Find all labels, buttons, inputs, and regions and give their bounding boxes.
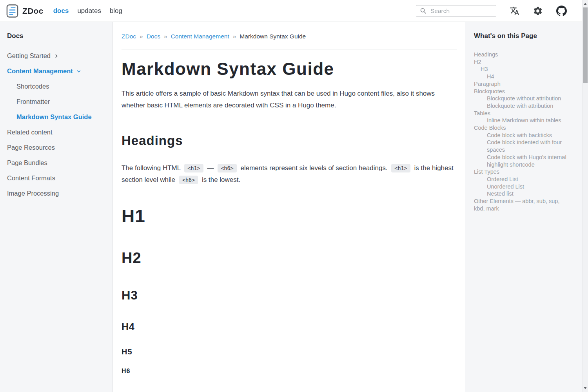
toc-item-other-elements-abbr-sub-sup-kbd-mark[interactable]: Other Elements — abbr, sub, sup, kbd, ma… <box>474 198 577 212</box>
article-content: ZDoc»Docs»Content Management»Markdown Sy… <box>113 22 465 392</box>
toc-item-blockquote-without-attribution[interactable]: Blockquote without attribution <box>474 95 577 102</box>
toc-item-ordered-list[interactable]: Ordered List <box>474 176 577 183</box>
toc-item-nested-list[interactable]: Nested list <box>474 190 577 198</box>
paragraph-text: elements represent six levels of section… <box>239 164 390 172</box>
search-input[interactable] <box>430 7 492 15</box>
breadcrumb: ZDoc»Docs»Content Management»Markdown Sy… <box>122 33 457 40</box>
toc-item-inline-markdown-within-tables[interactable]: Inline Markdown within tables <box>474 117 577 124</box>
toc-item-code-block-with-backticks[interactable]: Code block with backticks <box>474 132 577 139</box>
nav-link-updates[interactable]: updates <box>73 7 105 15</box>
search-box[interactable] <box>416 5 496 17</box>
search-icon <box>420 7 426 14</box>
paragraph-text: The following HTML <box>122 164 182 172</box>
sidebar-item-frontmatter[interactable]: Frontmatter <box>7 98 105 105</box>
demo-heading-h6: H6 <box>122 368 457 375</box>
breadcrumb-separator: » <box>164 33 167 40</box>
sidebar-item-label: Shortcodes <box>16 83 49 90</box>
breadcrumb-divider <box>122 49 457 49</box>
sidebar-item-label: Related content <box>7 129 53 136</box>
inline-code-chip: <h1> <box>184 164 203 172</box>
navbar-actions <box>416 5 582 17</box>
scrollbar-thumb[interactable] <box>583 7 588 83</box>
paragraph-text: — <box>205 164 216 172</box>
demo-heading-h4: H4 <box>122 321 457 332</box>
translate-icon[interactable] <box>510 6 519 16</box>
docs-sidebar: Docs Getting StartedContent ManagementSh… <box>0 22 113 392</box>
toc-item-code-block-indented-with-four-spaces[interactable]: Code block indented with four spaces <box>474 139 577 153</box>
toc-item-h4[interactable]: H4 <box>474 73 577 80</box>
sidebar-item-shortcodes[interactable]: Shortcodes <box>7 83 105 90</box>
toc-item-unordered-list[interactable]: Unordered List <box>474 183 577 191</box>
nav-link-docs[interactable]: docs <box>49 7 73 15</box>
breadcrumb-markdown-syntax-guide: Markdown Syntax Guide <box>240 33 306 40</box>
sidebar-item-page-bundles[interactable]: Page Bundles <box>7 159 105 166</box>
sidebar-item-image-processing[interactable]: Image Processing <box>7 190 105 197</box>
scrollbar-down-arrow[interactable] <box>584 387 587 389</box>
breadcrumb-separator: » <box>140 33 143 40</box>
brand-title: ZDoc <box>22 6 44 16</box>
sidebar-item-content-formats[interactable]: Content Formats <box>7 174 105 181</box>
section-heading-headings: Headings <box>122 133 457 148</box>
sidebar-item-label: Page Resources <box>7 144 55 151</box>
toc-item-list-types[interactable]: List Types <box>474 168 577 176</box>
page-title: Markdown Syntax Guide <box>122 59 457 79</box>
toc-item-blockquote-with-attribution[interactable]: Blockquote with attribution <box>474 102 577 110</box>
sidebar-item-page-resources[interactable]: Page Resources <box>7 144 105 151</box>
scrollbar-up-arrow[interactable] <box>584 3 587 5</box>
top-navbar: ZDoc docsupdatesblog <box>0 0 582 22</box>
github-icon[interactable] <box>556 5 567 16</box>
demo-heading-h1: H1 <box>122 206 457 226</box>
sidebar-item-label: Content Formats <box>7 174 55 181</box>
sidebar-item-label: Content Management <box>7 67 73 74</box>
sidebar-item-getting-started[interactable]: Getting Started <box>7 52 105 59</box>
toc-title: What's on this Page <box>474 32 577 40</box>
paragraph-text: is the lowest. <box>200 176 240 183</box>
sidebar-item-label: Markdown Syntax Guide <box>16 113 92 120</box>
window-scrollbar[interactable] <box>582 0 588 392</box>
settings-gear-icon[interactable] <box>533 6 543 16</box>
inline-code-chip: <h6> <box>218 164 237 172</box>
breadcrumb-docs[interactable]: Docs <box>147 33 160 40</box>
demo-heading-h2: H2 <box>122 250 457 267</box>
nav-link-blog[interactable]: blog <box>105 7 127 15</box>
headings-description: The following HTML <h1> — <h6> elements … <box>122 162 457 186</box>
sidebar-item-markdown-syntax-guide[interactable]: Markdown Syntax Guide <box>7 113 105 120</box>
main-nav: docsupdatesblog <box>49 7 127 15</box>
breadcrumb-content-management[interactable]: Content Management <box>171 33 229 40</box>
toc-item-tables[interactable]: Tables <box>474 110 577 117</box>
toc-item-paragraph[interactable]: Paragraph <box>474 80 577 88</box>
article-lead: This article offers a sample of basic Ma… <box>122 88 457 111</box>
toc-panel: What's on this Page HeadingsH2H3H4Paragr… <box>465 22 582 392</box>
toc-item-h2[interactable]: H2 <box>474 58 577 66</box>
chevron-right-icon <box>54 53 59 59</box>
breadcrumb-zdoc[interactable]: ZDoc <box>122 33 136 40</box>
toc-item-headings[interactable]: Headings <box>474 51 577 58</box>
toc-item-code-blocks[interactable]: Code Blocks <box>474 124 577 132</box>
sidebar-item-label: Image Processing <box>7 190 59 197</box>
sidebar-item-label: Page Bundles <box>7 159 47 166</box>
document-logo-icon <box>6 4 18 18</box>
sidebar-item-related-content[interactable]: Related content <box>7 129 105 136</box>
breadcrumb-separator: » <box>233 33 236 40</box>
chevron-down-icon <box>76 69 82 74</box>
sidebar-item-label: Getting Started <box>7 52 51 59</box>
demo-heading-h5: H5 <box>122 347 457 356</box>
brand[interactable]: ZDoc <box>6 4 44 18</box>
inline-code-chip: <h1> <box>391 164 410 172</box>
demo-heading-h3: H3 <box>122 289 457 302</box>
toc-item-code-block-with-hugo-s-internal-highlight-shortcode[interactable]: Code block with Hugo's internal highligh… <box>474 154 577 168</box>
toc-item-blockquotes[interactable]: Blockquotes <box>474 88 577 95</box>
sidebar-item-content-management[interactable]: Content Management <box>7 67 105 74</box>
sidebar-title: Docs <box>7 32 105 40</box>
inline-code-chip: <h6> <box>179 176 198 184</box>
toc-item-h3[interactable]: H3 <box>474 65 577 73</box>
sidebar-item-label: Frontmatter <box>16 98 50 105</box>
